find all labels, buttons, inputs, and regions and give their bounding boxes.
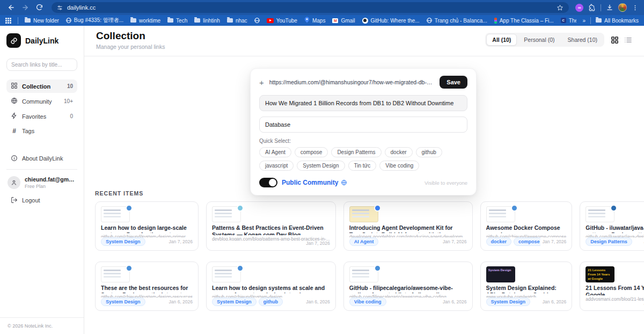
bookmark-item[interactable]: Bug #4335: 管理者... — [66, 17, 123, 24]
recent-items-grid: Learn how to design large-scale systems.… — [95, 201, 633, 311]
grid-view-button[interactable] — [611, 36, 619, 44]
user-account[interactable]: chieund.fat@gmail.c... Free Plan — [6, 176, 77, 189]
tag-pill[interactable]: compose — [514, 237, 540, 246]
bookmark-star-icon[interactable] — [557, 4, 564, 11]
address-bar[interactable]: dailylink.cc — [52, 2, 569, 13]
download-icon[interactable] — [606, 4, 613, 11]
link-tags: Design Patterns — [586, 237, 632, 246]
bookmark-item[interactable]: YouTube — [267, 18, 297, 24]
link-tags: dockercompose — [486, 237, 540, 246]
link-card[interactable]: Learn how to design systems at scale and… — [206, 262, 336, 311]
bookmark-item[interactable]: worktime — [130, 18, 160, 24]
thumbnail-badge-icon — [610, 205, 617, 212]
app-logo[interactable]: DailyLink — [6, 33, 77, 48]
forward-button[interactable] — [19, 2, 31, 13]
app-name: DailyLink — [25, 37, 58, 45]
quick-tag-chip[interactable]: docker — [385, 147, 413, 157]
sidebar-item-community[interactable]: Community10+ — [6, 95, 77, 108]
browser-toolbar: dailylink.cc ∞ — [0, 0, 644, 15]
bookmark-item[interactable] — [254, 18, 260, 23]
link-card[interactable]: 21 Lessons From 14 Years at Google21 Les… — [580, 262, 644, 311]
youtube-icon — [267, 18, 274, 23]
link-card[interactable]: These are the best resources for System … — [95, 262, 199, 311]
logout-button[interactable]: Logout — [6, 197, 77, 204]
public-community-toggle[interactable] — [259, 178, 277, 187]
page-title: Collection — [96, 30, 165, 42]
all-bookmarks-button[interactable]: All Bookmarks — [596, 18, 639, 24]
tag-pill[interactable]: System Design — [101, 297, 145, 306]
sidebar-item-collection[interactable]: Collection10 — [6, 79, 77, 93]
filter-tabs: All (10)Personal (0)Shared (10) — [485, 33, 604, 47]
card-footer: AI AgentJan 7, 2026 — [349, 237, 467, 246]
tag-pill[interactable]: Design Patterns — [586, 237, 632, 246]
link-tags-field[interactable] — [259, 117, 467, 133]
copyright-footer: © 2026 NoteLink Inc. — [0, 317, 84, 334]
tag-pill[interactable]: github — [259, 297, 283, 306]
card-footer: System DesignJan 6, 2026 — [101, 297, 193, 306]
link-card[interactable]: Learn how to design large-scale systems.… — [95, 201, 199, 251]
tag-pill[interactable]: System Design — [486, 297, 531, 306]
url-text: dailylink.cc — [67, 4, 96, 11]
search-input[interactable] — [6, 59, 77, 71]
bookmark-label: New folder — [33, 18, 59, 24]
collection-icon — [11, 82, 18, 90]
bookmark-item[interactable]: Maps — [304, 17, 325, 24]
quick-tag-chip[interactable]: Design Patterns — [331, 147, 381, 157]
tab-personal[interactable]: Personal (0) — [518, 34, 560, 46]
card-footer: Jan 7, 2026 — [212, 241, 330, 246]
quick-tag-chip[interactable]: javascript — [259, 161, 294, 171]
tag-pill[interactable]: docker — [486, 237, 512, 246]
bookmark-item[interactable]: nhac — [227, 18, 247, 24]
quick-tag-chip[interactable]: System Design — [297, 161, 345, 171]
extension-badge-icon[interactable]: ∞ — [575, 4, 583, 12]
link-card[interactable]: Awesome Docker Compose samplesgithub.com… — [480, 201, 573, 251]
folder-icon — [130, 18, 136, 23]
bookmark-item[interactable]: CThe Classia — [561, 18, 576, 24]
link-card[interactable]: Introducing Agent Development Kit for Ty… — [343, 201, 473, 251]
refresh-button[interactable] — [33, 2, 45, 13]
tag-pill[interactable]: System Design — [212, 297, 257, 306]
tab-all[interactable]: All (10) — [486, 34, 517, 46]
bookmark-item[interactable]: linhtinh — [194, 18, 220, 24]
bookmark-item[interactable]: New folder — [25, 18, 59, 24]
sidebar-item-tags[interactable]: #Tags — [6, 125, 77, 137]
quick-tag-chip[interactable]: compose — [295, 147, 328, 157]
sidebar-item-favorites[interactable]: Favorites0 — [6, 110, 77, 123]
link-title: GitHub - filipecalegario/awesome-vibe-co… — [349, 285, 467, 293]
tag-pill[interactable]: System Design — [101, 237, 145, 246]
quick-tag-chip[interactable]: github — [416, 147, 442, 157]
globe-icon — [66, 18, 71, 23]
bookmarks-overflow-chevron[interactable]: » — [583, 18, 586, 24]
quick-tag-chip[interactable]: AI Agent — [259, 147, 291, 157]
apps-grid-icon[interactable] — [5, 18, 11, 24]
menu-dots-icon[interactable] — [632, 4, 639, 11]
bookmark-item[interactable]: App The Classia – Fi... — [494, 18, 554, 24]
link-date: Jan 6, 2026 — [306, 299, 330, 304]
card-footer: System DesigngithubJan 6, 2026 — [212, 297, 330, 306]
bookmark-item[interactable]: Trang chủ - Balanca... — [427, 18, 487, 24]
tag-pill[interactable]: AI Agent — [349, 237, 379, 246]
nav-label: Community — [22, 98, 52, 105]
browser-profile-avatar[interactable] — [618, 3, 627, 12]
visibility-hint: Visible to everyone — [425, 180, 467, 186]
back-button[interactable] — [5, 2, 17, 13]
extensions-puzzle-icon[interactable] — [588, 4, 596, 11]
quick-tag-chip[interactable]: Tin tức — [348, 161, 377, 171]
bookmark-item[interactable]: Tech — [167, 18, 187, 24]
tag-pill[interactable]: Vibe coding — [349, 297, 386, 306]
list-view-button[interactable] — [624, 36, 632, 44]
bookmark-item[interactable]: GitHub: Where the... — [362, 18, 420, 24]
bookmark-item[interactable]: MGmail — [332, 18, 355, 24]
link-title: Awesome Docker Compose samples — [486, 224, 567, 233]
sidebar-item-about[interactable]: About DailyLink — [6, 155, 77, 162]
link-card[interactable]: GitHub - filipecalegario/awesome-vibe-co… — [343, 262, 473, 311]
link-card[interactable]: System DesignSystem Design Explained: AP… — [480, 262, 573, 311]
tab-shared[interactable]: Shared (10) — [562, 34, 603, 46]
save-button[interactable]: Save — [440, 76, 467, 89]
link-url-field[interactable]: https://medium.com/@himanshusingour7/how… — [269, 79, 435, 85]
link-card[interactable]: Patterns & Best Practices in Event-Drive… — [206, 201, 336, 251]
link-card[interactable]: GitHub - iluwatar/java-design-patterns: … — [580, 201, 644, 251]
quick-tag-chip[interactable]: Vibe coding — [379, 161, 419, 171]
link-title-field[interactable] — [259, 95, 467, 111]
site-settings-icon[interactable] — [57, 5, 63, 11]
